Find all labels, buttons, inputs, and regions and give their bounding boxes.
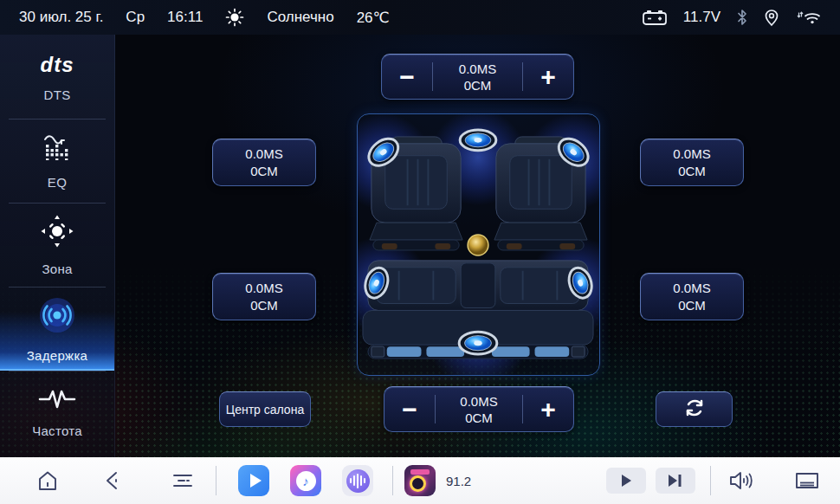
radio-app-icon[interactable] [404, 465, 436, 496]
screen-off-button[interactable] [788, 462, 826, 500]
delay-ms-value: 0.0MS [245, 281, 282, 295]
dts-logo: dts [41, 52, 74, 78]
zone-crosshair-icon [40, 214, 74, 252]
delay-ms-value: 0.0MS [673, 281, 710, 295]
status-bar: 30 июл. 25 г. Ср 16:11 Солнечно 26℃ [0, 0, 840, 35]
listening-position-button[interactable]: Центр салона [219, 391, 311, 427]
front-center-delay-stepper: − 0.0MS 0CM + [381, 54, 574, 100]
sidebar-item-label: Задержка [27, 348, 88, 363]
delay-cm-value: 0CM [465, 410, 493, 425]
back-button[interactable] [94, 462, 132, 500]
bluetooth-icon [736, 9, 748, 26]
eq-bars-icon [42, 132, 73, 165]
play-pause-button[interactable] [606, 468, 646, 494]
home-button[interactable] [29, 462, 67, 500]
rear-left-delay-box[interactable]: 0.0MS 0CM [212, 273, 316, 320]
volume-button[interactable] [721, 462, 759, 500]
dock-divider [710, 466, 711, 495]
delay-cm-value: 0CM [464, 78, 492, 93]
music-app-icon[interactable]: ♪ [290, 465, 321, 496]
status-date: 30 июл. 25 г. [19, 9, 103, 26]
delay-ms-value: 0.0MS [245, 146, 282, 161]
sidebar-item-label: Зона [42, 262, 72, 276]
reset-icon [683, 397, 706, 423]
sun-icon [225, 8, 244, 27]
car-cabin-speaker-diagram [357, 113, 600, 376]
delay-cm-value: 0CM [250, 298, 278, 313]
dock-divider [216, 466, 216, 495]
head-unit-screen: 30 июл. 25 г. Ср 16:11 Солнечно 26℃ [0, 0, 840, 504]
rear-center-delay-value: 0.0MS 0CM [436, 387, 522, 431]
sidebar-item-label: DTS [44, 87, 71, 102]
delay-ms-value: 0.0MS [460, 394, 497, 409]
rear-center-plus-button[interactable]: + [523, 387, 573, 431]
front-center-plus-button[interactable]: + [523, 55, 573, 99]
frequency-wave-icon [38, 388, 76, 414]
sidebar: dts DTS EQ [0, 35, 115, 457]
delay-signal-icon [37, 295, 77, 339]
front-center-delay-value: 0.0MS 0CM [433, 55, 522, 99]
rear-center-delay-stepper: − 0.0MS 0CM + [384, 386, 574, 432]
sidebar-item-zone[interactable]: Зона [0, 203, 114, 287]
sidebar-item-frequency[interactable]: Частота [0, 371, 114, 455]
rear-center-minus-button[interactable]: − [384, 387, 435, 431]
recent-apps-button[interactable] [164, 462, 202, 500]
dock-divider [392, 466, 393, 495]
status-day: Ср [126, 9, 145, 26]
dsp-voice-app-icon[interactable] [342, 465, 373, 496]
front-right-delay-box[interactable]: 0.0MS 0CM [640, 139, 744, 186]
next-track-button[interactable] [656, 468, 695, 494]
front-left-delay-box[interactable]: 0.0MS 0CM [212, 139, 316, 186]
listening-position-label: Центр салона [226, 403, 304, 417]
delay-cm-value: 0CM [678, 298, 706, 313]
sidebar-item-eq[interactable]: EQ [0, 119, 114, 203]
waveform-icon [346, 469, 370, 493]
delay-cm-value: 0CM [250, 164, 278, 178]
wifi-icon [795, 9, 821, 26]
bottom-dock: ♪ 91.2 [0, 457, 840, 504]
car-battery-icon [642, 9, 668, 26]
radio-frequency: 91.2 [446, 474, 471, 488]
status-time: 16:11 [167, 9, 203, 26]
delay-cm-value: 0CM [678, 164, 706, 178]
rear-right-delay-box[interactable]: 0.0MS 0CM [640, 273, 744, 320]
radio-slot-decor [410, 469, 430, 475]
video-player-app-icon[interactable] [238, 465, 269, 496]
sidebar-item-dts[interactable]: dts DTS [0, 35, 114, 119]
sidebar-item-label: Частота [32, 423, 82, 438]
sidebar-item-delay[interactable]: Задержка [0, 287, 114, 371]
battery-voltage: 11.7V [683, 9, 720, 26]
sidebar-item-label: EQ [48, 175, 67, 190]
delay-ms-value: 0.0MS [673, 146, 710, 161]
play-triangle-icon [250, 474, 262, 488]
radio-speaker-ring-icon [410, 475, 426, 492]
music-note-icon: ♪ [296, 471, 316, 491]
weather-condition: Солнечно [267, 9, 333, 26]
location-icon [764, 9, 779, 27]
reset-delays-button[interactable] [656, 391, 733, 427]
delay-ms-value: 0.0MS [459, 61, 496, 76]
temperature: 26℃ [357, 9, 390, 27]
front-center-minus-button[interactable]: − [382, 55, 432, 99]
